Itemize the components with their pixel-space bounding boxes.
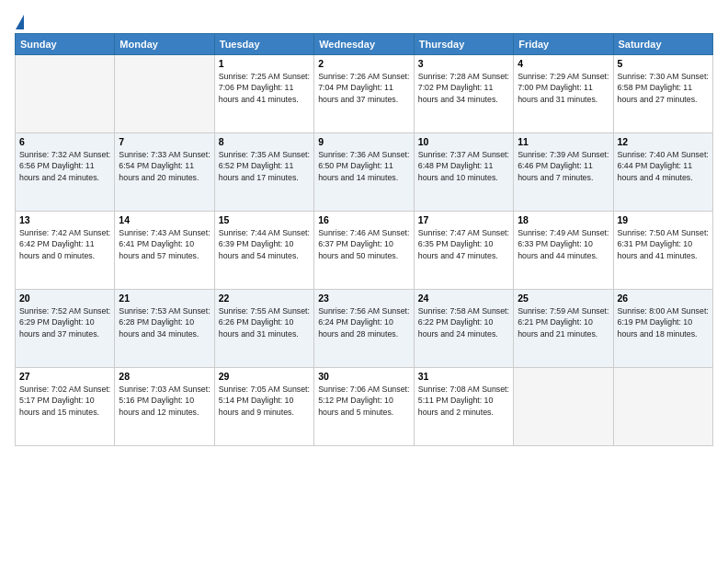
calendar-cell: 29Sunrise: 7:05 AM Sunset: 5:14 PM Dayli… [214, 368, 313, 446]
calendar-cell: 23Sunrise: 7:56 AM Sunset: 6:24 PM Dayli… [314, 290, 415, 368]
day-detail: Sunrise: 7:59 AM Sunset: 6:21 PM Dayligh… [518, 305, 609, 339]
day-number: 1 [219, 58, 310, 69]
day-number: 4 [518, 58, 609, 69]
calendar-week-4: 27Sunrise: 7:02 AM Sunset: 5:17 PM Dayli… [16, 368, 713, 446]
calendar-cell: 24Sunrise: 7:58 AM Sunset: 6:22 PM Dayli… [414, 290, 513, 368]
day-detail: Sunrise: 7:06 AM Sunset: 5:12 PM Dayligh… [318, 384, 410, 418]
calendar-cell: 6Sunrise: 7:32 AM Sunset: 6:56 PM Daylig… [16, 133, 115, 212]
weekday-header-sunday: Sunday [16, 34, 115, 55]
day-number: 7 [119, 136, 210, 147]
day-number: 31 [418, 371, 509, 382]
calendar-cell: 21Sunrise: 7:53 AM Sunset: 6:28 PM Dayli… [115, 290, 214, 368]
calendar-cell [613, 368, 713, 446]
calendar-cell: 2Sunrise: 7:26 AM Sunset: 7:04 PM Daylig… [314, 55, 415, 133]
day-number: 26 [618, 293, 710, 304]
calendar-week-3: 20Sunrise: 7:52 AM Sunset: 6:29 PM Dayli… [16, 290, 713, 368]
day-detail: Sunrise: 7:44 AM Sunset: 6:39 PM Dayligh… [219, 227, 310, 261]
day-detail: Sunrise: 7:08 AM Sunset: 5:11 PM Dayligh… [418, 384, 509, 418]
weekday-header-thursday: Thursday [414, 34, 513, 55]
day-number: 2 [318, 58, 410, 69]
logo [15, 15, 24, 28]
day-number: 5 [618, 58, 710, 69]
calendar-cell: 15Sunrise: 7:44 AM Sunset: 6:39 PM Dayli… [214, 212, 313, 290]
calendar-cell: 20Sunrise: 7:52 AM Sunset: 6:29 PM Dayli… [16, 290, 115, 368]
day-number: 28 [119, 371, 210, 382]
calendar-cell [16, 55, 115, 133]
day-number: 8 [219, 136, 310, 147]
calendar-cell: 16Sunrise: 7:46 AM Sunset: 6:37 PM Dayli… [314, 212, 415, 290]
day-detail: Sunrise: 7:39 AM Sunset: 6:46 PM Dayligh… [518, 149, 609, 183]
day-number: 17 [418, 214, 509, 225]
day-detail: Sunrise: 7:56 AM Sunset: 6:24 PM Dayligh… [318, 305, 410, 339]
calendar-cell: 4Sunrise: 7:29 AM Sunset: 7:00 PM Daylig… [514, 55, 613, 133]
weekday-header-tuesday: Tuesday [214, 34, 313, 55]
day-detail: Sunrise: 7:02 AM Sunset: 5:17 PM Dayligh… [19, 384, 110, 418]
calendar-cell: 8Sunrise: 7:35 AM Sunset: 6:52 PM Daylig… [214, 133, 313, 212]
day-detail: Sunrise: 7:30 AM Sunset: 6:58 PM Dayligh… [618, 71, 710, 105]
calendar-table: SundayMondayTuesdayWednesdayThursdayFrid… [15, 33, 713, 446]
calendar-cell: 5Sunrise: 7:30 AM Sunset: 6:58 PM Daylig… [613, 55, 713, 133]
calendar-cell [115, 55, 214, 133]
calendar-cell: 10Sunrise: 7:37 AM Sunset: 6:48 PM Dayli… [414, 133, 513, 212]
weekday-header-row: SundayMondayTuesdayWednesdayThursdayFrid… [16, 34, 713, 55]
day-detail: Sunrise: 7:53 AM Sunset: 6:28 PM Dayligh… [119, 305, 210, 339]
day-number: 9 [318, 136, 410, 147]
weekday-header-friday: Friday [514, 34, 613, 55]
day-number: 29 [219, 371, 310, 382]
day-detail: Sunrise: 7:32 AM Sunset: 6:56 PM Dayligh… [19, 149, 110, 183]
day-detail: Sunrise: 7:49 AM Sunset: 6:33 PM Dayligh… [518, 227, 609, 261]
day-number: 13 [19, 214, 110, 225]
day-detail: Sunrise: 7:58 AM Sunset: 6:22 PM Dayligh… [418, 305, 509, 339]
day-detail: Sunrise: 7:52 AM Sunset: 6:29 PM Dayligh… [19, 305, 110, 339]
day-detail: Sunrise: 7:42 AM Sunset: 6:42 PM Dayligh… [19, 227, 110, 261]
calendar-cell: 3Sunrise: 7:28 AM Sunset: 7:02 PM Daylig… [414, 55, 513, 133]
weekday-header-monday: Monday [115, 34, 214, 55]
calendar-cell: 18Sunrise: 7:49 AM Sunset: 6:33 PM Dayli… [514, 212, 613, 290]
day-detail: Sunrise: 7:55 AM Sunset: 6:26 PM Dayligh… [219, 305, 310, 339]
day-number: 25 [518, 293, 609, 304]
day-detail: Sunrise: 7:37 AM Sunset: 6:48 PM Dayligh… [418, 149, 509, 183]
day-number: 16 [318, 214, 410, 225]
day-detail: Sunrise: 7:36 AM Sunset: 6:50 PM Dayligh… [318, 149, 410, 183]
day-number: 14 [119, 214, 210, 225]
day-detail: Sunrise: 7:26 AM Sunset: 7:04 PM Dayligh… [318, 71, 410, 105]
day-number: 30 [318, 371, 410, 382]
calendar-cell [514, 368, 613, 446]
day-number: 27 [19, 371, 110, 382]
day-number: 22 [219, 293, 310, 304]
day-number: 12 [618, 136, 710, 147]
day-number: 3 [418, 58, 509, 69]
day-number: 24 [418, 293, 509, 304]
day-number: 19 [618, 214, 710, 225]
day-detail: Sunrise: 8:00 AM Sunset: 6:19 PM Dayligh… [618, 305, 710, 339]
calendar-cell: 19Sunrise: 7:50 AM Sunset: 6:31 PM Dayli… [613, 212, 713, 290]
calendar-week-2: 13Sunrise: 7:42 AM Sunset: 6:42 PM Dayli… [16, 212, 713, 290]
calendar-cell: 14Sunrise: 7:43 AM Sunset: 6:41 PM Dayli… [115, 212, 214, 290]
calendar-header: SundayMondayTuesdayWednesdayThursdayFrid… [16, 34, 713, 55]
calendar-cell: 12Sunrise: 7:40 AM Sunset: 6:44 PM Dayli… [613, 133, 713, 212]
calendar-body: 1Sunrise: 7:25 AM Sunset: 7:06 PM Daylig… [16, 55, 713, 446]
calendar-cell: 30Sunrise: 7:06 AM Sunset: 5:12 PM Dayli… [314, 368, 415, 446]
calendar-cell: 13Sunrise: 7:42 AM Sunset: 6:42 PM Dayli… [16, 212, 115, 290]
day-number: 6 [19, 136, 110, 147]
calendar-cell: 1Sunrise: 7:25 AM Sunset: 7:06 PM Daylig… [214, 55, 313, 133]
calendar-week-0: 1Sunrise: 7:25 AM Sunset: 7:06 PM Daylig… [16, 55, 713, 133]
day-number: 23 [318, 293, 410, 304]
day-number: 11 [518, 136, 609, 147]
weekday-header-wednesday: Wednesday [314, 34, 415, 55]
calendar-cell: 9Sunrise: 7:36 AM Sunset: 6:50 PM Daylig… [314, 133, 415, 212]
day-detail: Sunrise: 7:50 AM Sunset: 6:31 PM Dayligh… [618, 227, 710, 261]
day-detail: Sunrise: 7:43 AM Sunset: 6:41 PM Dayligh… [119, 227, 210, 261]
day-detail: Sunrise: 7:03 AM Sunset: 5:16 PM Dayligh… [119, 384, 210, 418]
day-detail: Sunrise: 7:05 AM Sunset: 5:14 PM Dayligh… [219, 384, 310, 418]
day-detail: Sunrise: 7:25 AM Sunset: 7:06 PM Dayligh… [219, 71, 310, 105]
calendar-cell: 27Sunrise: 7:02 AM Sunset: 5:17 PM Dayli… [16, 368, 115, 446]
day-number: 15 [219, 214, 310, 225]
day-detail: Sunrise: 7:46 AM Sunset: 6:37 PM Dayligh… [318, 227, 410, 261]
day-number: 10 [418, 136, 509, 147]
calendar-cell: 22Sunrise: 7:55 AM Sunset: 6:26 PM Dayli… [214, 290, 313, 368]
calendar-cell: 25Sunrise: 7:59 AM Sunset: 6:21 PM Dayli… [514, 290, 613, 368]
day-detail: Sunrise: 7:33 AM Sunset: 6:54 PM Dayligh… [119, 149, 210, 183]
calendar-week-1: 6Sunrise: 7:32 AM Sunset: 6:56 PM Daylig… [16, 133, 713, 212]
day-detail: Sunrise: 7:47 AM Sunset: 6:35 PM Dayligh… [418, 227, 509, 261]
